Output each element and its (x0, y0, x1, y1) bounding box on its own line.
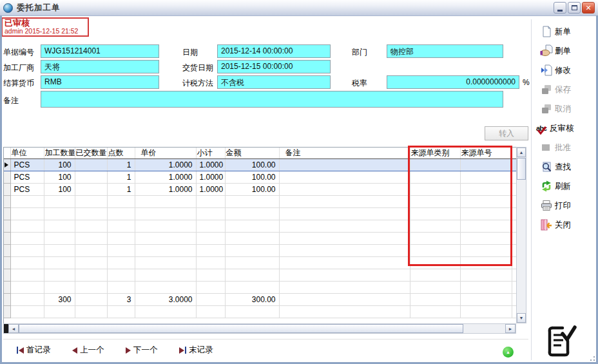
cell-qty[interactable]: 100 (44, 159, 75, 171)
col-header-delivered[interactable]: 已交数量 (75, 148, 107, 159)
doc-no-field[interactable]: WJG151214001 (41, 44, 159, 58)
tax-rate-field[interactable]: 0.0000000000 (387, 75, 519, 89)
empty-row (4, 306, 516, 318)
col-header-remark[interactable]: 备注 (279, 148, 410, 159)
audit-status-meta: admin 2015-12-15 21:52 (5, 28, 86, 35)
dept-label: 部门 (352, 47, 367, 58)
tax-method-field[interactable]: 不含税 (217, 75, 331, 89)
sidebar-item-refresh[interactable]: 刷新 (540, 179, 595, 193)
sidebar-item-find[interactable]: 查找 (540, 160, 595, 174)
cell-unit[interactable]: PCS (10, 159, 44, 171)
cell-remark[interactable] (279, 159, 410, 171)
maximize-button[interactable] (568, 2, 581, 14)
delivery-date-field[interactable]: 2015-12-15 00:00:00 (217, 60, 331, 73)
cell-qty[interactable]: 100 (44, 171, 75, 184)
cell-subtotal[interactable]: 1.0000 (196, 159, 225, 171)
col-header-points[interactable]: 点数 (107, 148, 135, 159)
col-header-qty[interactable]: 加工数量 (44, 148, 75, 159)
close-exit-icon (540, 218, 553, 231)
sidebar-item-close[interactable]: 关闭 (540, 218, 595, 232)
horizontal-scroll-thumb[interactable] (19, 324, 463, 333)
sidebar-item-modify[interactable]: 修改 (540, 63, 595, 77)
cell-remark[interactable] (279, 171, 410, 184)
cell-subtotal[interactable]: 1.0000 (196, 184, 225, 196)
audit-status-stamp: 已审核 admin 2015-12-15 21:52 (1, 17, 89, 37)
remark-label: 备注 (3, 95, 19, 106)
empty-row (4, 257, 516, 269)
currency-field[interactable]: RMB (41, 75, 159, 89)
date-field[interactable]: 2015-12-14 00:00:00 (217, 44, 331, 58)
scroll-right-button[interactable]: ► (505, 324, 516, 333)
grid-vertical-scrollbar[interactable]: ▲ ▼ (516, 147, 526, 323)
table-row[interactable]: PCS 100 1 1.0000 1.0000 100.00 (4, 184, 516, 196)
sidebar-item-unaudit[interactable]: abc 反审核 (535, 121, 595, 135)
transfer-in-button: 转入 (485, 126, 528, 140)
col-header-price[interactable]: 单价 (135, 148, 196, 159)
col-header-subtotal[interactable]: 小计 (196, 148, 225, 159)
print-icon (540, 199, 553, 212)
window-title: 委托加工单 (17, 3, 61, 14)
detail-grid: 单位 加工数量 已交数量 点数 单价 小计 金额 备注 来源单类别 来源单号 P… (3, 147, 516, 323)
cell-qty[interactable]: 100 (44, 184, 75, 196)
totals-row: 300 3 3.0000 300.00 (4, 294, 516, 306)
next-record-button[interactable]: 下一个 (126, 345, 158, 356)
sidebar-item-print[interactable]: 打印 (540, 198, 595, 213)
remark-field[interactable] (41, 91, 503, 108)
cell-amount[interactable]: 100.00 (225, 184, 279, 196)
col-header-amount[interactable]: 金额 (225, 148, 279, 159)
cell-src-no[interactable] (460, 159, 512, 171)
col-header-unit[interactable]: 单位 (10, 148, 44, 159)
empty-row (4, 282, 516, 294)
prev-record-button[interactable]: 上一个 (72, 345, 104, 356)
window-resize-grip[interactable] (588, 354, 595, 361)
window-border (0, 15, 2, 364)
close-button[interactable]: ✕ (582, 2, 595, 14)
cell-price[interactable]: 1.0000 (135, 159, 196, 171)
table-row[interactable]: PCS 100 1 1.0000 1.0000 100.00 (4, 159, 516, 171)
cell-points[interactable]: 1 (107, 184, 135, 196)
cell-delivered[interactable] (75, 171, 107, 184)
empty-row (4, 196, 516, 208)
first-record-button[interactable]: 首记录 (17, 345, 51, 356)
cell-src-no[interactable] (460, 184, 512, 196)
sidebar-item-delete[interactable]: 删单 (540, 44, 595, 58)
last-record-icon (179, 347, 186, 354)
cell-unit[interactable]: PCS (10, 171, 44, 184)
scroll-left-button[interactable]: ◄ (8, 324, 19, 333)
cell-amount[interactable]: 100.00 (225, 171, 279, 184)
cell-delivered[interactable] (75, 184, 107, 196)
vendor-field[interactable]: 天将 (41, 60, 159, 73)
cell-src-type[interactable] (410, 184, 460, 196)
cell-src-type[interactable] (410, 159, 460, 171)
grid-horizontal-scrollbar[interactable]: ◄ ► (3, 323, 516, 334)
table-row[interactable]: PCS 100 1 1.0000 1.0000 100.00 (4, 171, 516, 184)
cell-subtotal[interactable]: 1.0000 (196, 171, 225, 184)
col-header-src-no[interactable]: 来源单号 (460, 148, 512, 159)
date-label: 日期 (182, 47, 198, 58)
grid-corner (4, 148, 10, 159)
cell-price[interactable]: 1.0000 (135, 184, 196, 196)
cancel-icon (540, 102, 553, 115)
minimize-button[interactable] (554, 2, 566, 14)
sidebar-item-new[interactable]: 新单 (540, 24, 595, 39)
cell-points[interactable]: 1 (107, 171, 135, 184)
last-record-button[interactable]: 末记录 (179, 345, 213, 356)
cell-remark[interactable] (279, 184, 410, 196)
scroll-up-button[interactable]: ▲ (517, 148, 526, 157)
cell-amount[interactable]: 100.00 (225, 159, 279, 171)
dept-field[interactable]: 物控部 (387, 44, 503, 58)
vertical-scroll-thumb[interactable] (517, 158, 526, 180)
cell-delivered[interactable] (75, 159, 107, 171)
col-header-src-type[interactable]: 来源单类别 (410, 148, 460, 159)
scroll-down-button[interactable]: ▼ (517, 313, 526, 323)
cell-src-type[interactable] (410, 171, 460, 184)
cell-points[interactable]: 1 (107, 159, 135, 171)
sidebar-item-save: 保存 (540, 82, 595, 97)
empty-row (4, 245, 516, 257)
cell-unit[interactable]: PCS (10, 184, 44, 196)
cell-price[interactable]: 1.0000 (135, 171, 196, 184)
cell-src-no[interactable] (460, 171, 512, 184)
total-qty: 300 (44, 294, 75, 306)
current-row-indicator (4, 159, 10, 171)
splitter-handle[interactable] (4, 324, 8, 333)
